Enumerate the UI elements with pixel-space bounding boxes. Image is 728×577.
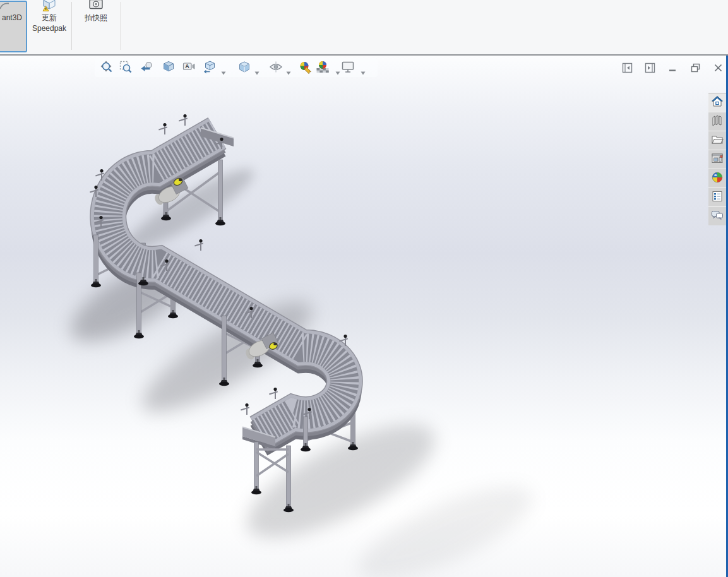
view-palette-icon bbox=[711, 152, 724, 167]
update-speedpak-button[interactable]: 更新 Speedpak bbox=[28, 0, 71, 51]
document-window-controls bbox=[622, 61, 724, 74]
pane-previous-button[interactable] bbox=[622, 62, 633, 73]
taskpane-tab-file-explorer[interactable] bbox=[708, 131, 726, 150]
speedpak-icon bbox=[41, 0, 57, 13]
view-settings-dropdown-caret[interactable] bbox=[361, 66, 366, 70]
display-style-dropdown-caret[interactable] bbox=[254, 66, 260, 70]
view-orientation-dropdown-caret[interactable] bbox=[221, 66, 226, 70]
svg-text:A: A bbox=[185, 63, 189, 69]
instant3d-button[interactable]: ant3D bbox=[0, 1, 27, 52]
hide-show-items-dropdown-caret[interactable] bbox=[286, 66, 291, 70]
restore-button[interactable] bbox=[690, 62, 701, 73]
toolbar-separator bbox=[71, 2, 72, 50]
take-snapshot-button[interactable]: 拍快照 bbox=[73, 0, 119, 51]
minimize-button[interactable] bbox=[667, 62, 678, 73]
zoom-to-fit-icon[interactable] bbox=[100, 60, 114, 74]
solidworks-resources-icon bbox=[711, 95, 724, 110]
instant3d-label: ant3D bbox=[2, 13, 22, 23]
hide-show-items-icon[interactable] bbox=[269, 60, 283, 74]
command-manager: ant3D 更新 Speedpak bbox=[0, 0, 728, 56]
toolbar-separator bbox=[120, 2, 121, 50]
section-view-icon[interactable] bbox=[162, 60, 176, 74]
previous-view-icon[interactable] bbox=[140, 60, 153, 74]
solidworks-forum-icon bbox=[711, 209, 724, 224]
taskpane-tab-design-library[interactable] bbox=[708, 112, 726, 131]
edit-appearance-icon[interactable] bbox=[299, 60, 313, 74]
zoom-to-area-icon[interactable] bbox=[119, 60, 133, 74]
speedpak-label-line1: 更新 bbox=[42, 13, 57, 23]
appearances-scenes-icon bbox=[711, 171, 724, 186]
file-explorer-icon bbox=[711, 133, 724, 148]
instant3d-icon bbox=[0, 2, 9, 13]
close-button[interactable] bbox=[713, 62, 724, 73]
snapshot-camera-icon bbox=[88, 0, 104, 13]
task-pane bbox=[708, 93, 726, 225]
heads-up-view-toolbar: A bbox=[95, 58, 378, 77]
design-library-icon bbox=[711, 114, 724, 129]
custom-properties-icon bbox=[711, 190, 724, 205]
taskpane-tab-view-palette[interactable] bbox=[708, 150, 726, 169]
view-settings-icon[interactable] bbox=[341, 60, 355, 74]
taskpane-tab-solidworks-forum[interactable] bbox=[708, 207, 726, 225]
solidworks-window: ant3D 更新 Speedpak bbox=[0, 0, 728, 577]
taskpane-tab-solidworks-resources[interactable] bbox=[708, 93, 726, 112]
snapshot-label: 拍快照 bbox=[85, 13, 107, 23]
taskpane-tab-custom-properties[interactable] bbox=[708, 188, 726, 206]
pane-next-button[interactable] bbox=[645, 62, 655, 73]
display-style-icon[interactable] bbox=[237, 60, 251, 74]
annotation-view-icon[interactable]: A bbox=[182, 60, 196, 74]
viewport-3d[interactable] bbox=[0, 0, 728, 577]
taskpane-tab-appearances-scenes[interactable] bbox=[708, 169, 726, 187]
apply-scene-icon[interactable] bbox=[316, 60, 330, 74]
view-orientation-icon[interactable] bbox=[203, 60, 217, 74]
apply-scene-dropdown-caret[interactable] bbox=[335, 66, 340, 70]
speedpak-label-line2: Speedpak bbox=[32, 23, 66, 34]
